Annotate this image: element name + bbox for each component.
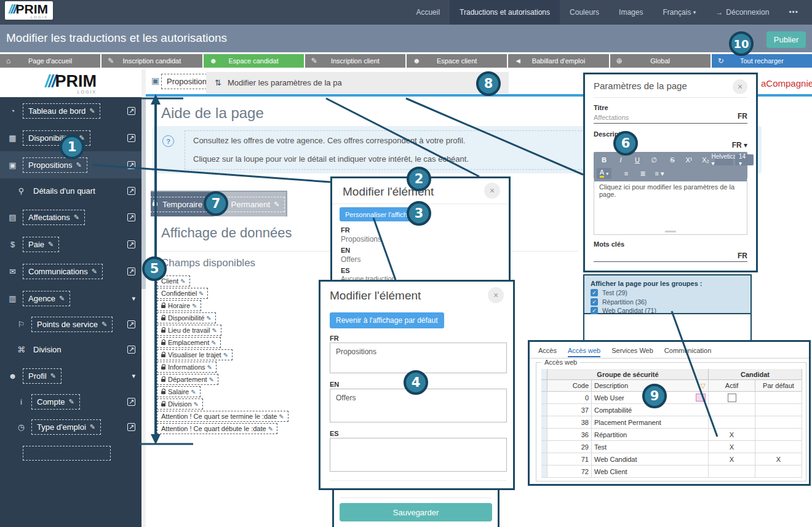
chevron-down-icon[interactable]: ▾ [132,295,135,303]
checkbox-checked-icon[interactable]: ✓ [591,307,598,314]
pencil-icon[interactable]: ✎ [48,240,54,248]
cell-par-defaut[interactable] [755,441,802,453]
checkbox-checked-icon[interactable]: ✓ [591,289,598,296]
cell-code[interactable]: 71 [547,453,592,466]
sidebar-item[interactable]: ▥ Agence ✎ ▾ [0,285,141,312]
cell-actif[interactable] [709,466,755,478]
pencil-icon[interactable]: ✎ [89,107,95,115]
note-icon[interactable] [696,394,706,402]
cell-code[interactable]: 72 [547,466,592,478]
cell-actif[interactable]: X [709,453,755,466]
close-icon[interactable]: × [733,79,747,94]
pencil-icon[interactable]: ✎ [76,161,82,169]
font-dropdown[interactable]: Helvetica ▾ [715,154,733,165]
sidebar-item[interactable]: $ Paie ✎ ↗ [0,231,141,258]
revert-default-button[interactable]: Revenir à l'affichage par défaut [330,312,444,328]
column-header[interactable]: Actif [709,380,755,392]
field-chip[interactable]: Lieu de travail✎ [157,325,221,336]
description-editor[interactable]: Cliquez ici pour modifier les paramètres… [594,178,747,235]
field-chip[interactable]: Emplacement✎ [157,337,221,348]
chevron-down-icon[interactable]: ▾ [132,372,135,380]
cell-par-defaut[interactable] [755,392,802,404]
field-chip[interactable]: Division✎ [157,398,203,410]
page-tab[interactable]: ✎ Inscription candidat [102,54,202,68]
external-link-icon[interactable]: ↗ [127,161,135,169]
page-tab[interactable]: ☻ Espace candidat [204,54,304,68]
cell-par-defaut[interactable] [755,404,802,416]
nav-item[interactable]: Couleurs [560,0,609,25]
group-checkbox-row[interactable]: ✓Répartition (36) [591,298,647,306]
underline-button[interactable]: U [630,154,645,165]
column-header[interactable]: Par défaut [755,380,802,392]
pencil-icon[interactable]: ✎ [211,339,216,346]
external-link-icon[interactable]: ↗ [127,134,135,142]
close-icon[interactable]: × [484,183,500,199]
external-link-icon[interactable]: ↗ [127,213,135,221]
eraser-button[interactable]: ∅ [647,154,661,165]
cell-par-defaut[interactable] [755,429,802,441]
superscript-button[interactable]: X¹ [682,154,696,165]
pencil-icon[interactable]: ✎ [102,320,107,328]
app-logo[interactable]: ///PRIM LOGIX [5,1,53,20]
resize-handle[interactable] [665,231,676,232]
page-settings-button[interactable]: ⇅ Modifier les paramètres de la pa [206,72,509,93]
pencil-icon[interactable]: ✎ [223,352,228,359]
nav-item-active[interactable]: Traductions et autorisations [450,0,560,25]
sidebar-item[interactable]: ⌘ Division ✎ ↗ [0,337,141,362]
es-textarea[interactable] [330,438,507,472]
access-tab[interactable]: Services Web [611,347,653,357]
group-checkbox-row[interactable]: ✓Web Candidat (71) [591,307,656,314]
pencil-icon[interactable]: ✎ [180,278,185,285]
cell-actif[interactable] [709,416,755,429]
access-tab[interactable]: Accès web [568,347,600,357]
cell-actif[interactable] [709,404,755,416]
field-chip[interactable]: Salaire✎ [157,386,201,397]
publish-button[interactable]: Publier [766,31,806,48]
numbered-list-button[interactable]: ≣ [635,168,650,179]
logout-button[interactable]: →Déconnexion [706,0,779,25]
sidebar-item[interactable]: ✉ Communications ✎ ↗ [0,258,141,285]
cell-code[interactable]: 38 [547,416,592,429]
more-menu[interactable]: ••• [779,0,808,25]
font-size-dropdown[interactable]: 14 ▾ [735,154,754,165]
pencil-icon[interactable]: ✎ [279,413,284,420]
keywords-underline[interactable] [594,261,747,262]
fr-textarea[interactable] [330,343,507,373]
page-tab[interactable]: ⌂ Page d'accueil [0,54,100,68]
page-tab[interactable]: ☻ Espace client [407,54,507,68]
language-dropdown[interactable]: Français ▾ [653,0,706,25]
pencil-icon[interactable]: ✎ [199,290,204,297]
page-tab[interactable]: ⊕ Global [610,54,710,68]
field-chip[interactable]: Horaire✎ [157,300,201,311]
checkbox-unchecked-icon[interactable] [728,394,736,402]
bold-button[interactable]: B [597,154,611,165]
field-chip[interactable]: Visualiser le trajet✎ [157,349,233,360]
bullet-list-button[interactable]: ≡ [619,168,634,179]
field-chip[interactable]: Disponibilité✎ [157,312,216,323]
pencil-icon[interactable]: ✎ [206,315,211,322]
pencil-icon[interactable]: ✎ [69,398,74,406]
cell-description[interactable]: Répartition [592,429,709,441]
column-header[interactable]: Code [547,380,592,392]
pencil-icon[interactable]: ✎ [212,327,217,334]
pencil-icon[interactable]: ✎ [74,213,79,221]
cell-par-defaut[interactable]: X [755,453,802,466]
pencil-icon[interactable]: ✎ [209,376,214,383]
external-link-icon[interactable]: ↗ [127,346,135,354]
field-chip[interactable]: Informations✎ [157,362,217,373]
sidebar-item[interactable]: ⚐ Points de service ✎ ↗ [0,312,141,337]
cell-par-defaut[interactable] [755,466,802,478]
access-tab[interactable]: Accès [538,347,557,357]
external-link-icon[interactable]: ↗ [127,423,135,431]
pencil-icon[interactable]: ✎ [192,303,197,309]
pencil-icon[interactable]: ✎ [268,426,273,432]
sidebar-item[interactable]: ✎ [0,440,141,467]
pencil-icon[interactable]: ✎ [50,372,56,380]
page-tab[interactable]: ✎ Inscription client [305,54,405,68]
pencil-icon[interactable]: ✎ [274,200,279,208]
cell-actif[interactable]: X [709,441,755,453]
nav-item[interactable]: Accueil [406,0,450,25]
pencil-icon[interactable]: ✎ [92,267,97,275]
cell-actif[interactable]: X [709,429,755,441]
subscript-button[interactable]: X₂ [698,154,713,165]
